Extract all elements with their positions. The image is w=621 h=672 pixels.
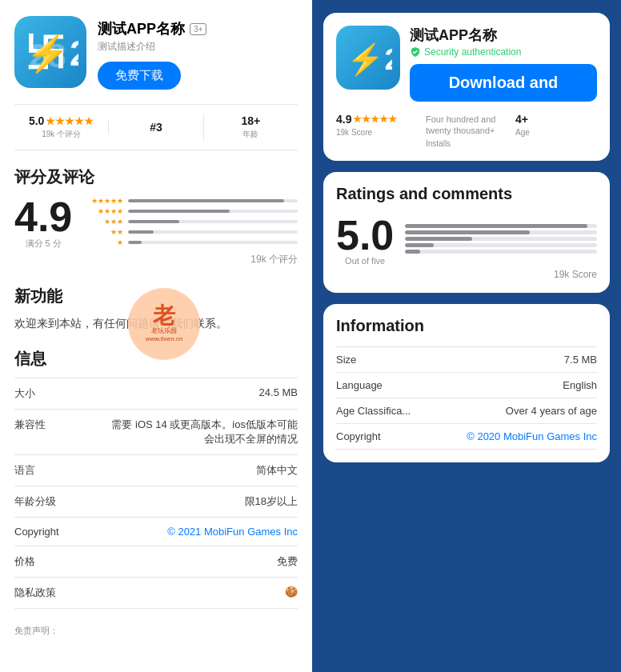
right-info-key: Language — [336, 379, 383, 391]
svg-text:⚡28: ⚡28 — [347, 42, 392, 78]
right-age-value: 4+ — [515, 113, 597, 126]
right-bar-fill — [405, 250, 420, 254]
right-info-row: Copyright © 2020 MobiFun Games Inc — [336, 424, 597, 450]
bar-track — [128, 199, 298, 202]
right-big-rating: 5.0 Out of five — [336, 214, 394, 266]
ratings-title-left: 评分及评论 — [14, 166, 298, 188]
right-info-rows-container: Size 7.5 MB Language English Age Classif… — [336, 346, 597, 450]
right-bar-track — [405, 224, 597, 228]
right-info-val: 7.5 MB — [564, 354, 597, 366]
ratings-section-left: 评分及评论 4.9 满分 5 分 ★★★★★ ★★★★ ★★★ ★★ ★ — [14, 166, 298, 266]
stat-rating-value-left: 5.0 ★★★★★ — [14, 114, 108, 127]
right-app-info: 测试APP名称 Security authentication Download… — [410, 26, 597, 102]
watermark-char: 老 — [153, 305, 175, 327]
right-stat-age: 4+ Age — [515, 113, 597, 148]
stat-rank-left: #3 — [108, 121, 202, 134]
bar-track — [128, 230, 298, 234]
security-text: Security authentication — [424, 46, 521, 58]
info-row: 语言 简体中文 — [14, 455, 298, 486]
right-score-label: 19k Score — [336, 128, 418, 137]
info-title-right: Information — [336, 317, 597, 335]
bar-fill — [128, 199, 284, 202]
right-ratings-inner: 5.0 Out of five — [336, 214, 597, 266]
app-subtitle-left: 测试描述介绍 — [98, 40, 298, 54]
stat-rating-left: 5.0 ★★★★★ 19k 个评分 — [14, 114, 108, 140]
info-key: 价格 — [14, 554, 62, 569]
watermark-text: 老玩乐园 www.itxen.cn — [146, 327, 183, 344]
rating-bars-left: ★★★★★ ★★★★ ★★★ ★★ ★ — [85, 197, 298, 249]
download-button-right[interactable]: Download and — [410, 64, 597, 102]
app-header-info-left: 测试APP名称 3+ 测试描述介绍 免费下载 — [98, 16, 298, 90]
info-key: 语言 — [14, 463, 62, 478]
right-info-val: © 2020 MobiFun Games Inc — [467, 430, 597, 442]
right-bar-row — [405, 237, 597, 241]
bar-stars: ★★★★ — [85, 207, 123, 215]
info-key: 大小 — [14, 386, 62, 401]
right-bar-row — [405, 230, 597, 234]
stats-row-left: 5.0 ★★★★★ 19k 个评分 #3 18+ 年龄 — [14, 104, 298, 150]
right-bar-track — [405, 230, 597, 234]
right-stat-rating-value: 4.9 ★★★★★ — [336, 113, 418, 126]
info-val: © 2021 MobiFun Games Inc — [167, 526, 298, 538]
right-big-number: 5.0 — [336, 214, 394, 256]
info-val: 限18岁以上 — [245, 494, 298, 509]
ratings-inner-left: 4.9 满分 5 分 ★★★★★ ★★★★ ★★★ ★★ ★ — [14, 196, 298, 250]
stat-rating-label-left: 19k 个评分 — [14, 129, 108, 140]
info-val: 24.5 MB — [259, 386, 298, 398]
download-button-left[interactable]: 免费下载 — [98, 62, 181, 90]
right-app-header: ⚡28 测试APP名称 Security authentication Down… — [336, 26, 597, 102]
right-info-key: Age Classifica... — [336, 405, 411, 417]
security-badge: Security authentication — [410, 46, 597, 58]
stat-age-label-left: 年龄 — [204, 129, 298, 140]
right-bar-row — [405, 243, 597, 247]
right-info-key: Copyright — [336, 430, 381, 442]
bar-row: ★★★★ — [85, 207, 298, 215]
info-section-left: 信息 大小 24.5 MB 兼容性 需要 iOS 14 或更高版本。ios低版本… — [14, 348, 298, 609]
right-info-row: Size 7.5 MB — [336, 346, 597, 373]
right-info-key: Size — [336, 354, 356, 366]
bar-track — [128, 210, 298, 213]
info-row: 大小 24.5 MB — [14, 378, 298, 410]
app-card-right: ⚡28 测试APP名称 Security authentication Down… — [323, 13, 610, 161]
right-bar-fill — [405, 224, 587, 228]
right-info-val: English — [563, 379, 597, 391]
right-bar-fill — [405, 243, 434, 247]
disclaimer-left: 免责声明： — [14, 625, 298, 637]
ratings-card-right: Ratings and comments 5.0 Out of five — [323, 172, 610, 293]
right-bar-rows — [405, 224, 597, 256]
right-stars: ★★★★★ — [353, 114, 397, 125]
info-row: Copyright © 2021 MobiFun Games Inc — [14, 518, 298, 546]
right-installs-desc: Four hundred and twenty thousand+ — [426, 114, 507, 137]
svg-text:⚡28: ⚡28 — [26, 33, 78, 74]
ratings-count-left: 19k 个评分 — [14, 253, 298, 266]
info-val: 需要 iOS 14 或更高版本。ios低版本可能会出现不全屏的情况 — [106, 418, 298, 446]
bar-track — [128, 241, 298, 244]
info-val: 免费 — [277, 554, 298, 569]
bar-stars: ★★★ — [85, 218, 123, 226]
info-rows-left: 大小 24.5 MB 兼容性 需要 iOS 14 或更高版本。ios低版本可能会… — [14, 378, 298, 609]
info-key: 年龄分级 — [14, 494, 62, 509]
bar-stars: ★★ — [85, 228, 123, 236]
info-val: 🍪 — [285, 586, 298, 598]
right-app-title: 测试APP名称 — [410, 26, 597, 45]
info-row: 年龄分级 限18岁以上 — [14, 486, 298, 518]
right-bar-track — [405, 243, 597, 247]
right-installs-label: Installs — [426, 139, 507, 148]
right-age-label: Age — [515, 128, 597, 137]
info-key: 兼容性 — [14, 418, 62, 432]
app-icon-left: 卐 28 ⚡28 — [14, 16, 86, 88]
bar-row: ★★ — [85, 228, 298, 236]
age-badge-left: 3+ — [190, 23, 206, 35]
bar-row: ★★★ — [85, 218, 298, 226]
bar-fill — [128, 230, 154, 234]
right-bar-fill — [405, 237, 472, 241]
right-bar-fill — [405, 230, 530, 234]
stat-age-value-left: 18+ — [204, 114, 298, 127]
bar-fill — [128, 220, 179, 223]
app-icon-right: ⚡28 — [336, 26, 400, 90]
stat-age-left: 18+ 年龄 — [203, 114, 298, 140]
bar-stars: ★★★★★ — [85, 197, 123, 205]
app-title-row-left: 测试APP名称 3+ — [98, 19, 298, 38]
right-stat-installs: Four hundred and twenty thousand+ Instal… — [426, 113, 507, 148]
right-info-row: Language English — [336, 373, 597, 398]
